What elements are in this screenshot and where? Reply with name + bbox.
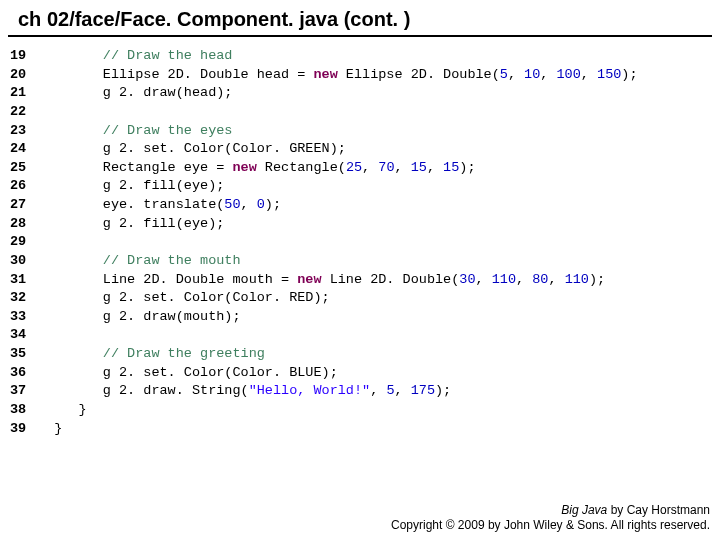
num-15: 15: [411, 160, 427, 175]
num-150: 150: [597, 67, 621, 82]
code-line-32: g 2. set. Color(Color. RED);: [54, 290, 329, 305]
code-line-28: g 2. fill(eye);: [54, 216, 224, 231]
code-line-37a: g 2. draw. String(: [54, 383, 248, 398]
footer: Big Java by Cay Horstmann Copyright © 20…: [391, 503, 710, 532]
num-30: 30: [459, 272, 475, 287]
author: by Cay Horstmann: [607, 503, 710, 517]
num-10: 10: [524, 67, 540, 82]
line-numbers: 19 20 21 22 23 24 25 26 27 28 29 30 31 3…: [10, 47, 54, 438]
code-line-27a: eye. translate(: [54, 197, 224, 212]
code-line-33: g 2. draw(mouth);: [54, 309, 240, 324]
footer-line-1: Big Java by Cay Horstmann: [391, 503, 710, 517]
keyword-new: new: [313, 67, 337, 82]
comment-head: // Draw the head: [103, 48, 233, 63]
num-110: 110: [492, 272, 516, 287]
num-5: 5: [500, 67, 508, 82]
code-line-20b: Ellipse 2D. Double(: [338, 67, 500, 82]
comment-eyes: // Draw the eyes: [103, 123, 233, 138]
num-70: 70: [378, 160, 394, 175]
code-line-36: g 2. set. Color(Color. BLUE);: [54, 365, 338, 380]
num-15b: 15: [443, 160, 459, 175]
code-line-31a: Line 2D. Double mouth =: [54, 272, 297, 287]
code-block: // Draw the head Ellipse 2D. Double head…: [54, 47, 637, 438]
code-line-20a: Ellipse 2D. Double head =: [54, 67, 313, 82]
code-line-21: g 2. draw(head);: [54, 85, 232, 100]
code-line-26: g 2. fill(eye);: [54, 178, 224, 193]
book-title: Big Java: [561, 503, 607, 517]
code-line-25a: Rectangle eye =: [54, 160, 232, 175]
num-80: 80: [532, 272, 548, 287]
string-hello: "Hello, World!": [249, 383, 371, 398]
page-title: ch 02/face/Face. Component. java (cont. …: [18, 8, 702, 31]
num-50: 50: [224, 197, 240, 212]
num-0: 0: [257, 197, 265, 212]
keyword-new: new: [232, 160, 256, 175]
code-listing: 19 20 21 22 23 24 25 26 27 28 29 30 31 3…: [0, 47, 720, 438]
title-bar: ch 02/face/Face. Component. java (cont. …: [8, 0, 712, 37]
comment-mouth: // Draw the mouth: [103, 253, 241, 268]
footer-line-2: Copyright © 2009 by John Wiley & Sons. A…: [391, 518, 710, 532]
comment-greeting: // Draw the greeting: [103, 346, 265, 361]
keyword-new: new: [297, 272, 321, 287]
code-line-24: g 2. set. Color(Color. GREEN);: [54, 141, 346, 156]
closing-brace-1: }: [54, 402, 86, 417]
closing-brace-2: }: [54, 421, 62, 436]
num-110b: 110: [565, 272, 589, 287]
num-175: 175: [411, 383, 435, 398]
num-25: 25: [346, 160, 362, 175]
num-100: 100: [557, 67, 581, 82]
